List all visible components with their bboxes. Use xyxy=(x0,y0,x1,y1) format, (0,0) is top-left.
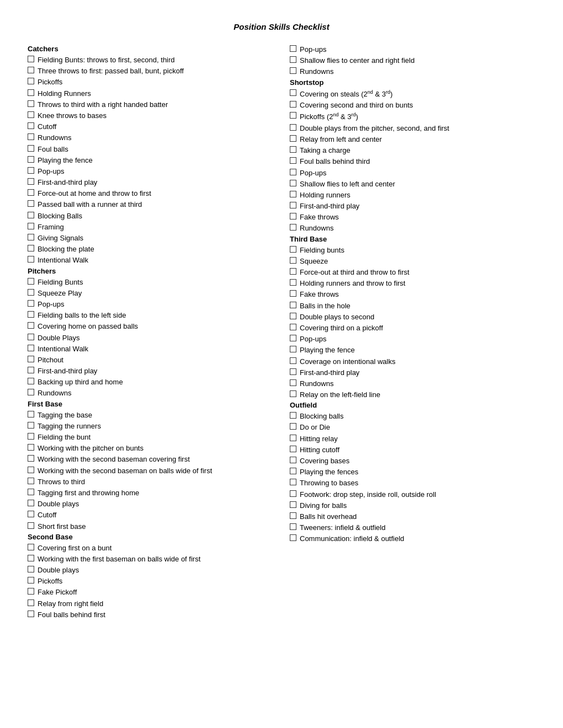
list-item: Cutoff xyxy=(28,510,273,520)
checkbox[interactable] xyxy=(28,100,34,107)
checkbox[interactable] xyxy=(290,346,296,352)
checkbox[interactable] xyxy=(28,56,34,62)
checkbox[interactable] xyxy=(28,566,34,572)
checkbox[interactable] xyxy=(28,256,34,263)
checkbox[interactable] xyxy=(290,512,296,519)
checkbox[interactable] xyxy=(28,367,34,373)
checkbox[interactable] xyxy=(290,89,296,96)
checkbox[interactable] xyxy=(28,89,34,96)
list-item: Playing the fence xyxy=(290,345,535,355)
checkbox[interactable] xyxy=(28,178,34,185)
checkbox[interactable] xyxy=(28,599,34,606)
checkbox[interactable] xyxy=(290,180,296,186)
checkbox[interactable] xyxy=(290,290,296,297)
checkbox[interactable] xyxy=(28,189,34,196)
checkbox[interactable] xyxy=(28,111,34,118)
checkbox[interactable] xyxy=(28,478,34,484)
list-item: Backing up third and home xyxy=(28,377,273,387)
checkbox[interactable] xyxy=(28,133,34,140)
checkbox[interactable] xyxy=(28,411,34,417)
checkbox[interactable] xyxy=(28,611,34,617)
checkbox[interactable] xyxy=(290,191,296,197)
checkbox[interactable] xyxy=(28,322,34,329)
checkbox[interactable] xyxy=(28,444,34,451)
checkbox[interactable] xyxy=(28,577,34,584)
checkbox[interactable] xyxy=(28,156,34,163)
checkbox[interactable] xyxy=(28,334,34,340)
checkbox[interactable] xyxy=(290,146,296,153)
checkbox[interactable] xyxy=(290,135,296,142)
checkbox[interactable] xyxy=(290,324,296,330)
checkbox[interactable] xyxy=(290,213,296,220)
checklist: Fielding Bunts: throws to first, second,… xyxy=(28,55,273,266)
checkbox[interactable] xyxy=(28,212,34,218)
checkbox[interactable] xyxy=(290,202,296,208)
checkbox[interactable] xyxy=(290,390,296,397)
checkbox[interactable] xyxy=(290,224,296,231)
checkbox[interactable] xyxy=(290,67,296,74)
checkbox[interactable] xyxy=(290,368,296,375)
checkbox[interactable] xyxy=(290,423,296,430)
checkbox[interactable] xyxy=(28,522,34,529)
checkbox[interactable] xyxy=(290,335,296,341)
checkbox[interactable] xyxy=(290,268,296,275)
list-item: Balls in the hole xyxy=(290,301,535,311)
checkbox[interactable] xyxy=(290,157,296,164)
checkbox[interactable] xyxy=(28,223,34,229)
section: ShortstopCovering on steals (2nd & 3rd)C… xyxy=(290,78,535,234)
checkbox[interactable] xyxy=(28,500,34,506)
checkbox[interactable] xyxy=(290,412,296,419)
checkbox[interactable] xyxy=(290,169,296,175)
checkbox[interactable] xyxy=(28,289,34,296)
checkbox[interactable] xyxy=(28,234,34,240)
checkbox[interactable] xyxy=(28,555,34,561)
checkbox[interactable] xyxy=(28,345,34,351)
item-label: Fake Pickoff xyxy=(38,587,273,597)
checkbox[interactable] xyxy=(290,468,296,474)
item-label: Pitchout xyxy=(38,355,273,365)
checkbox[interactable] xyxy=(290,257,296,264)
checkbox[interactable] xyxy=(290,435,296,441)
checkbox[interactable] xyxy=(290,357,296,364)
item-label: Squeeze Play xyxy=(38,288,273,298)
checkbox[interactable] xyxy=(28,378,34,384)
checkbox[interactable] xyxy=(28,167,34,174)
checkbox[interactable] xyxy=(290,246,296,253)
checkbox[interactable] xyxy=(28,489,34,495)
checkbox[interactable] xyxy=(290,45,296,52)
checkbox[interactable] xyxy=(28,145,34,152)
checkbox[interactable] xyxy=(28,511,34,517)
checkbox[interactable] xyxy=(28,389,34,395)
checkbox[interactable] xyxy=(290,279,296,286)
checkbox[interactable] xyxy=(28,78,34,84)
checkbox[interactable] xyxy=(28,200,34,207)
checkbox[interactable] xyxy=(290,479,296,485)
checkbox[interactable] xyxy=(290,379,296,386)
checkbox[interactable] xyxy=(28,67,34,73)
checkbox[interactable] xyxy=(28,245,34,251)
checkbox[interactable] xyxy=(28,544,34,550)
checkbox[interactable] xyxy=(28,122,34,129)
checkbox[interactable] xyxy=(28,278,34,285)
checkbox[interactable] xyxy=(28,300,34,307)
checkbox[interactable] xyxy=(290,523,296,530)
checkbox[interactable] xyxy=(290,313,296,319)
checkbox[interactable] xyxy=(28,356,34,362)
checkbox[interactable] xyxy=(290,490,296,497)
checkbox[interactable] xyxy=(28,467,34,473)
checkbox[interactable] xyxy=(28,422,34,429)
checkbox[interactable] xyxy=(290,124,296,131)
checkbox[interactable] xyxy=(28,433,34,440)
checkbox[interactable] xyxy=(290,101,296,108)
checkbox[interactable] xyxy=(290,501,296,508)
checkbox[interactable] xyxy=(28,455,34,462)
checkbox[interactable] xyxy=(290,56,296,63)
checkbox[interactable] xyxy=(290,112,296,119)
checkbox[interactable] xyxy=(290,457,296,463)
checkbox[interactable] xyxy=(290,446,296,452)
checkbox[interactable] xyxy=(28,311,34,318)
checkbox[interactable] xyxy=(290,534,296,541)
checkbox[interactable] xyxy=(28,588,34,595)
item-label: Holding runners xyxy=(300,190,535,200)
checkbox[interactable] xyxy=(290,302,296,308)
